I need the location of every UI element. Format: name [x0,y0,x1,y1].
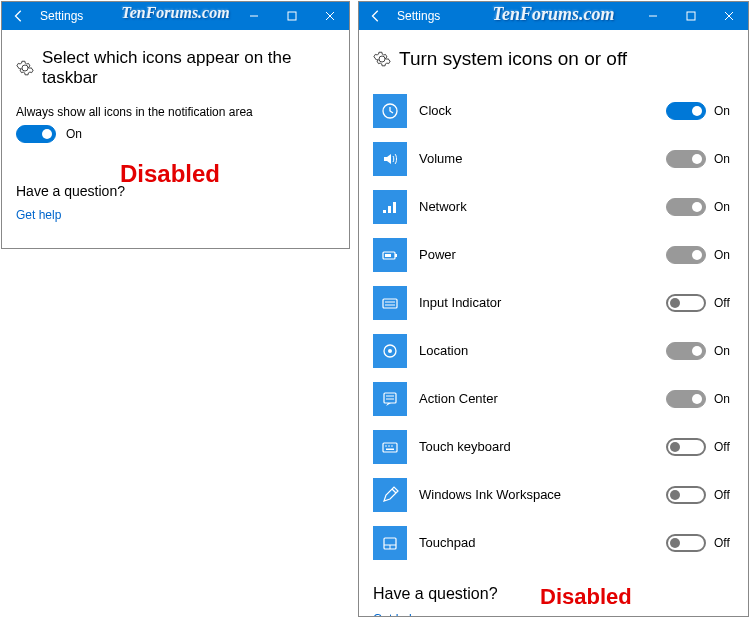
system-icon-label: Volume [419,151,666,166]
question-block: Have a question? Get help [373,585,734,616]
close-button[interactable] [710,2,748,30]
svg-rect-3 [687,12,695,20]
system-icon-state: On [714,344,734,358]
close-button[interactable] [311,2,349,30]
system-icon-toggle[interactable] [666,246,706,264]
window-title: Settings [40,9,83,23]
system-icon-row: Windows Ink WorkspaceOff [373,471,734,519]
system-icon-row: NetworkOn [373,183,734,231]
system-icon-toggle[interactable] [666,150,706,168]
system-icon-toggle[interactable] [666,294,706,312]
clock-icon [373,94,407,128]
minimize-icon [249,11,259,21]
action-center-icon [373,382,407,416]
gear-icon [16,59,34,77]
svg-point-21 [388,445,390,447]
gear-icon [373,50,391,68]
system-icon-state: On [714,104,734,118]
svg-point-22 [391,445,393,447]
power-icon [373,238,407,272]
window-body: Turn system icons on or off ClockOnVolum… [359,30,748,616]
close-icon [724,11,734,21]
section-header: Select which icons appear on the taskbar [16,48,335,89]
back-button[interactable] [2,2,36,30]
window-controls [634,2,748,30]
system-icon-state: Off [714,440,734,454]
watermark: TenForums.com [121,4,229,22]
system-icon-row: Action CenterOn [373,375,734,423]
input-indicator-icon [373,286,407,320]
minimize-button[interactable] [634,2,672,30]
system-icon-toggle[interactable] [666,390,706,408]
svg-point-15 [388,349,392,353]
location-icon [373,334,407,368]
system-icon-row: Input IndicatorOff [373,279,734,327]
back-arrow-icon [12,9,26,23]
system-icon-row: PowerOn [373,231,734,279]
always-show-toggle[interactable] [16,125,56,143]
get-help-link[interactable]: Get help [16,208,61,222]
settings-window-taskbar-icons: Settings TenForums.com Select which icon… [1,1,350,249]
always-show-state: On [66,127,82,141]
question-heading: Have a question? [16,183,335,199]
system-icon-label: Power [419,247,666,262]
system-icon-toggle[interactable] [666,342,706,360]
system-icon-state: On [714,200,734,214]
maximize-button[interactable] [672,2,710,30]
windows-ink-workspace-icon [373,478,407,512]
system-icon-state: On [714,392,734,406]
maximize-button[interactable] [273,2,311,30]
back-arrow-icon [369,9,383,23]
system-icons-list: ClockOnVolumeOnNetworkOnPowerOnInput Ind… [373,87,734,567]
question-heading: Have a question? [373,585,734,603]
touchpad-icon [373,526,407,560]
system-icon-toggle[interactable] [666,102,706,120]
back-button[interactable] [359,2,393,30]
svg-rect-16 [384,393,396,403]
always-show-toggle-row: On [16,125,335,143]
svg-rect-23 [386,448,394,450]
section-header: Turn system icons on or off [373,48,734,71]
svg-rect-19 [383,443,397,452]
svg-rect-6 [388,206,391,213]
svg-rect-1 [288,12,296,20]
svg-rect-7 [393,202,396,213]
system-icon-state: Off [714,536,734,550]
maximize-icon [287,11,297,21]
system-icon-label: Windows Ink Workspace [419,487,666,502]
svg-rect-10 [385,254,391,257]
system-icon-row: ClockOn [373,87,734,135]
page-title: Select which icons appear on the taskbar [42,48,335,89]
touch-keyboard-icon [373,430,407,464]
get-help-link[interactable]: Get help [373,612,418,616]
system-icon-row: LocationOn [373,327,734,375]
window-body: Select which icons appear on the taskbar… [2,30,349,248]
settings-window-system-icons: Settings TenForums.com Turn system icons… [358,1,749,617]
system-icon-label: Input Indicator [419,295,666,310]
page-title: Turn system icons on or off [399,48,627,71]
question-block: Have a question? Get help [16,183,335,223]
svg-rect-5 [383,210,386,213]
always-show-label: Always show all icons in the notificatio… [16,105,335,119]
system-icon-toggle[interactable] [666,534,706,552]
system-icon-toggle[interactable] [666,198,706,216]
close-icon [325,11,335,21]
system-icon-toggle[interactable] [666,486,706,504]
network-icon [373,190,407,224]
system-icon-label: Network [419,199,666,214]
system-icon-row: VolumeOn [373,135,734,183]
titlebar: Settings TenForums.com [2,2,349,30]
system-icon-row: TouchpadOff [373,519,734,567]
system-icon-toggle[interactable] [666,438,706,456]
svg-rect-11 [383,299,397,308]
system-icon-label: Location [419,343,666,358]
system-icon-state: On [714,248,734,262]
titlebar: Settings TenForums.com [359,2,748,30]
minimize-icon [648,11,658,21]
window-title: Settings [397,9,440,23]
minimize-button[interactable] [235,2,273,30]
volume-icon [373,142,407,176]
system-icon-state: On [714,152,734,166]
svg-rect-9 [395,254,397,257]
svg-point-20 [385,445,387,447]
